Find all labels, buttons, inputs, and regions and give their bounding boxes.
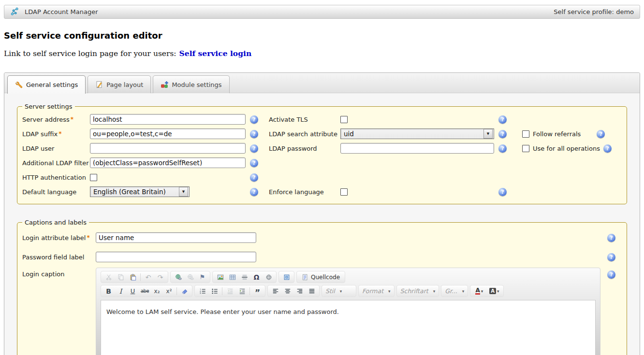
http-authentication-checkbox[interactable] [90, 174, 97, 181]
ldap-search-attribute-help-icon[interactable]: ? [498, 130, 507, 138]
outdent-button[interactable] [224, 286, 236, 297]
superscript-button[interactable]: x² [163, 286, 175, 297]
image-icon [217, 274, 224, 281]
text-color-icon: A [475, 288, 480, 295]
login-attribute-input[interactable] [96, 232, 256, 243]
additional-ldap-filter-input[interactable] [90, 157, 246, 168]
password-field-help-icon[interactable]: ? [607, 253, 615, 261]
tab-general-settings[interactable]: General settings [7, 75, 86, 94]
ldap-suffix-input[interactable] [90, 128, 246, 139]
profile-label: Self service profile: demo [554, 8, 634, 15]
eraser-icon [181, 288, 188, 295]
special-character-button[interactable]: Ω [250, 272, 263, 283]
chevron-down-icon: ▾ [481, 289, 483, 294]
styles-dropdown-label: Stil [325, 287, 335, 295]
iframe-button[interactable] [263, 272, 275, 283]
editor-content[interactable]: Welcome to LAM self service. Please ente… [101, 300, 596, 355]
format-dropdown[interactable]: Format ▾ [358, 285, 395, 297]
background-color-button[interactable]: A ▾ [486, 286, 502, 297]
remove-format-button[interactable] [178, 286, 190, 297]
chevron-down-icon: ▾ [388, 289, 391, 294]
strikethrough-button[interactable]: abe [139, 286, 151, 297]
anchor-button[interactable]: ⚑ [196, 272, 208, 283]
ldap-suffix-label: LDAP suffix* [22, 130, 90, 138]
form-row: Login caption [22, 267, 622, 355]
activate-tls-checkbox[interactable] [340, 116, 348, 123]
maximize-button[interactable] [280, 272, 293, 283]
bulleted-list-button[interactable] [208, 286, 220, 297]
align-justify-button[interactable] [306, 286, 318, 297]
insert-group: Ω [212, 271, 277, 283]
additional-ldap-filter-help-icon[interactable]: ? [250, 159, 258, 167]
ldap-search-attribute-label: LDAP search attribute [269, 130, 340, 138]
paste-button[interactable] [127, 272, 139, 283]
config-panel: General settings Page layout Module sett… [4, 72, 640, 355]
http-authentication-help-icon[interactable]: ? [250, 173, 258, 182]
tab-strip: General settings Page layout Module sett… [4, 73, 640, 93]
horizontal-rule-button[interactable] [238, 272, 250, 283]
self-service-login-link[interactable]: Self service login [179, 49, 252, 58]
unlink-button[interactable] [184, 272, 196, 283]
basicstyles-group: B I U abe x₂ x² [101, 285, 192, 297]
subscript-button[interactable]: x₂ [151, 286, 163, 297]
page-title: Self service configuration editor [4, 30, 644, 41]
server-address-help-icon[interactable]: ? [250, 115, 258, 124]
align-left-button[interactable] [269, 286, 281, 297]
required-marker: * [71, 116, 73, 123]
login-caption-help-icon[interactable]: ? [607, 270, 615, 279]
enforce-language-help-icon[interactable]: ? [498, 188, 507, 196]
blockquote-button[interactable]: ” [251, 284, 263, 298]
default-language-select[interactable]: English (Great Britain) ▼ [90, 186, 190, 197]
use-for-all-operations-checkbox[interactable] [522, 145, 529, 152]
default-language-help-icon[interactable]: ? [250, 188, 258, 196]
follow-referrals-help-icon[interactable]: ? [597, 130, 605, 138]
login-link-line: Link to self service login page for your… [4, 49, 644, 58]
styles-dropdown[interactable]: Stil ▾ [322, 285, 356, 297]
redo-button[interactable]: ↷ [154, 272, 166, 283]
table-button[interactable] [226, 272, 238, 283]
default-language-label: Default language [22, 188, 90, 196]
ldap-user-input[interactable] [90, 143, 246, 154]
copy-button[interactable] [115, 272, 127, 283]
text-color-button[interactable]: A ▾ [472, 286, 486, 297]
toolbar-separator [176, 287, 177, 295]
italic-button[interactable]: I [115, 286, 127, 297]
indent-button[interactable] [236, 286, 248, 297]
cut-button[interactable] [102, 272, 115, 283]
tab-module-settings[interactable]: Module settings [153, 75, 229, 93]
toolbar-separator [222, 287, 222, 295]
login-attribute-help-icon[interactable]: ? [607, 234, 615, 242]
undo-button[interactable]: ↶ [142, 272, 154, 283]
activate-tls-help-icon[interactable]: ? [498, 115, 507, 124]
use-for-all-operations-help-icon[interactable]: ? [603, 144, 612, 153]
toolbar-separator [140, 273, 141, 281]
ldap-user-help-icon[interactable]: ? [250, 144, 258, 153]
font-dropdown[interactable]: Schriftart ▾ [396, 285, 439, 297]
enforce-language-checkbox[interactable] [340, 188, 348, 196]
indent-icon [239, 288, 246, 295]
link-button[interactable] [172, 272, 184, 283]
align-right-button[interactable] [293, 286, 306, 297]
align-center-button[interactable] [281, 286, 293, 297]
ldap-password-help-icon[interactable]: ? [498, 144, 507, 153]
source-button[interactable]: Quellcode [298, 272, 343, 283]
server-address-input[interactable] [90, 114, 246, 125]
follow-referrals-checkbox[interactable] [522, 130, 529, 138]
source-document-icon [302, 274, 308, 281]
align-justify-icon [308, 288, 315, 295]
ldap-suffix-help-icon[interactable]: ? [250, 130, 258, 138]
underline-button[interactable]: U [127, 286, 139, 297]
ldap-password-input[interactable] [340, 143, 494, 154]
tab-page-layout[interactable]: Page layout [88, 75, 151, 93]
numbered-list-button[interactable] [196, 286, 208, 297]
password-field-input[interactable] [96, 252, 256, 262]
colors-group: A ▾ A ▾ [470, 285, 504, 297]
align-right-icon [296, 288, 303, 295]
outdent-icon [227, 288, 234, 295]
ldap-search-attribute-select[interactable]: uid ▼ [340, 128, 494, 139]
form-row: Login attribute label* ? [22, 228, 622, 247]
horizontal-rule-icon [241, 274, 248, 281]
image-button[interactable] [214, 272, 226, 283]
size-dropdown[interactable]: Gr... ▾ [441, 285, 468, 297]
bold-button[interactable]: B [102, 286, 115, 297]
